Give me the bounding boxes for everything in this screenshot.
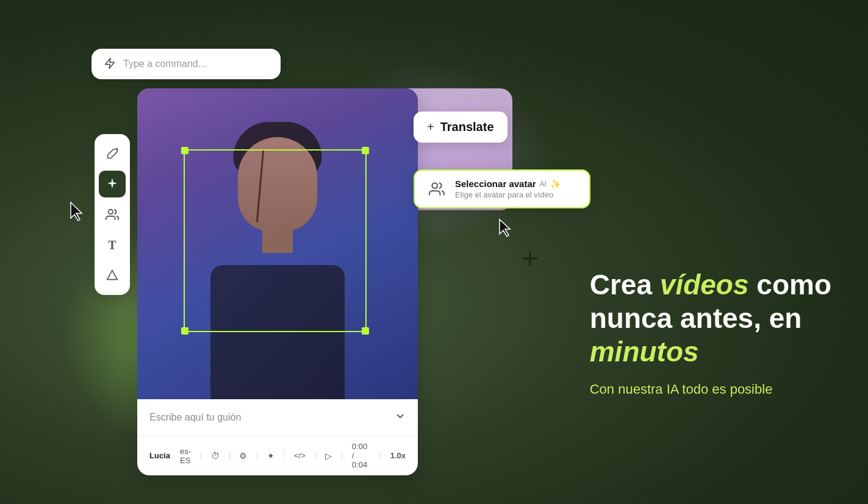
play-icon[interactable]: ▷ (325, 451, 332, 461)
sparkle-badge-icon: ✨ (550, 179, 561, 189)
decorative-plus: + (522, 244, 539, 273)
brush-tool-button[interactable] (99, 140, 126, 167)
svg-marker-0 (106, 59, 115, 69)
clock-icon: ⏱ (211, 451, 220, 461)
video-card: Escribe aquí tu guión Lucia es-ES ⏱ ⚙ ✦ … (137, 88, 418, 475)
chevron-down-icon[interactable] (395, 411, 406, 424)
speed-display: 1.0x (390, 451, 406, 460)
time-display: 0:00 / 0:04 (352, 442, 370, 469)
headline-italic-1: vídeos (660, 269, 749, 300)
avatar-selector-icon (426, 178, 448, 200)
separator-7 (380, 452, 381, 460)
headline-italic-2: minutos (590, 336, 699, 367)
separator-1 (201, 452, 201, 460)
ai-badge: AI (540, 180, 547, 188)
avatar-title: Seleccionar avatar (455, 179, 536, 189)
cursor-main (68, 201, 85, 224)
command-placeholder: Type a command... (123, 59, 206, 69)
separator-3 (257, 452, 257, 460)
shape-tool-button[interactable] (99, 262, 126, 289)
video-bottom-toolbar: Lucia es-ES ⏱ ⚙ ✦ </> ▷ 0:00 / 0:04 1. (137, 435, 418, 475)
translate-button[interactable]: + Translate (414, 112, 508, 143)
avatar-tool-button[interactable] (99, 201, 126, 228)
marketing-section: Crea vídeos comonunca antes, enminutos C… (590, 268, 831, 399)
cursor-secondary (498, 218, 514, 240)
script-area[interactable]: Escribe aquí tu guión (137, 399, 418, 435)
toolbar: T (95, 134, 130, 295)
separator-6 (342, 452, 342, 460)
separator-5 (315, 452, 316, 460)
lightning-icon (104, 57, 117, 71)
separator-4 (284, 452, 285, 460)
lighting-overlay (137, 88, 418, 399)
svg-marker-2 (107, 271, 118, 280)
marketing-headline: Crea vídeos comonunca antes, enminutos (590, 268, 831, 369)
settings-icon: ⚙ (239, 451, 247, 461)
avatar-title-row: Seleccionar avatar AI ✨ (455, 179, 561, 189)
ai-tool-button[interactable] (99, 171, 126, 197)
avatar-selector[interactable]: Seleccionar avatar AI ✨ Elige el avatar … (414, 169, 590, 208)
script-placeholder: Escribe aquí tu guión (149, 412, 241, 423)
svg-point-1 (109, 210, 113, 214)
avatar-selector-text: Seleccionar avatar AI ✨ Elige el avatar … (455, 179, 561, 199)
text-tool-button[interactable]: T (99, 232, 126, 258)
command-bar[interactable]: Type a command... (91, 49, 281, 79)
translate-label: Translate (440, 120, 494, 134)
code-icon: </> (294, 451, 306, 460)
svg-point-3 (432, 183, 437, 188)
sparkle-icon: ✦ (267, 451, 274, 461)
text-tool-label: T (108, 238, 116, 252)
video-preview (137, 88, 418, 399)
separator-2 (229, 452, 230, 460)
background: Type a command... T (0, 0, 868, 504)
avatar-subtitle: Elige el avatar para el vídeo (455, 190, 561, 199)
plus-icon: + (427, 120, 434, 134)
language-label: es-ES (180, 447, 191, 465)
marketing-subheadline: Con nuestra IA todo es posible (590, 380, 831, 399)
speaker-name: Lucia (149, 451, 170, 460)
